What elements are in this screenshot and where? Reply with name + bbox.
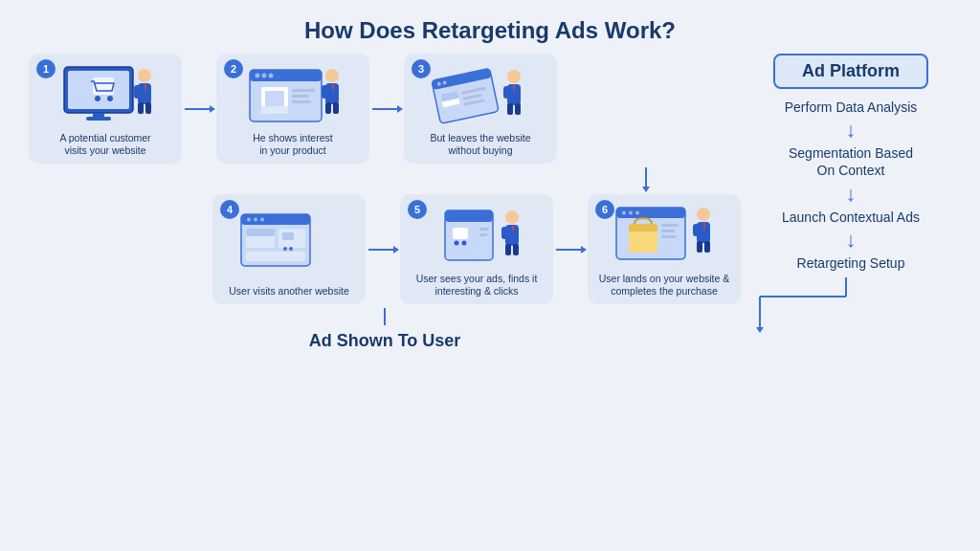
svg-rect-92 xyxy=(282,232,294,240)
svg-marker-68 xyxy=(581,246,587,253)
step-card-3: 3 xyxy=(404,54,557,164)
svg-rect-25 xyxy=(292,100,311,103)
svg-rect-66 xyxy=(704,241,710,253)
svg-rect-60 xyxy=(661,235,677,238)
svg-point-86 xyxy=(247,217,251,221)
ad-platform-box: Ad Platform xyxy=(773,54,928,89)
step-number-2: 2 xyxy=(224,59,243,78)
svg-point-76 xyxy=(505,210,519,224)
step-number-4: 4 xyxy=(220,200,239,219)
ad-shown-container: Ad Shown To User xyxy=(29,304,741,351)
platform-arrow-3: ↓ xyxy=(846,230,857,251)
platform-step-2: Segmentation BasedOn Context xyxy=(789,144,913,179)
flow-row-2: 6 xyxy=(29,194,741,304)
svg-point-94 xyxy=(289,247,293,251)
step-card-5: 5 xyxy=(400,194,553,304)
svg-rect-75 xyxy=(479,233,487,236)
svg-rect-45 xyxy=(503,86,510,99)
step-illustration-3 xyxy=(412,61,549,128)
platform-step-3: Launch Contextual Ads xyxy=(782,209,920,226)
arrow-2-3 xyxy=(369,101,404,117)
platform-step-1: Perform Data Analysis xyxy=(785,99,918,116)
svg-rect-71 xyxy=(453,228,468,239)
svg-rect-2 xyxy=(93,77,114,95)
svg-rect-9 xyxy=(134,85,141,99)
svg-rect-30 xyxy=(325,102,331,114)
svg-marker-50 xyxy=(642,187,650,192)
step-illustration-1 xyxy=(36,61,174,128)
svg-point-72 xyxy=(455,240,459,245)
step-card-1: 1 xyxy=(29,54,182,164)
svg-rect-90 xyxy=(246,229,275,236)
svg-rect-12 xyxy=(145,102,151,114)
svg-rect-22 xyxy=(261,106,288,114)
step-number-5: 5 xyxy=(408,200,427,219)
svg-rect-31 xyxy=(333,102,339,114)
svg-rect-48 xyxy=(515,103,521,115)
step-label-5: User sees your ads, finds itinteresting … xyxy=(416,273,538,298)
svg-marker-97 xyxy=(756,327,764,333)
step-illustration-6 xyxy=(595,202,733,269)
svg-point-88 xyxy=(260,217,264,221)
svg-rect-6 xyxy=(86,117,111,121)
svg-rect-59 xyxy=(661,230,675,232)
platform-step-4: Retargeting Setup xyxy=(797,254,905,272)
svg-point-61 xyxy=(697,208,710,221)
ad-shown-label: Ad Shown To User xyxy=(309,331,461,351)
step-number-3: 3 xyxy=(412,59,431,78)
svg-rect-63 xyxy=(693,224,700,236)
svg-rect-58 xyxy=(661,224,679,227)
step-illustration-2 xyxy=(224,61,362,128)
svg-point-93 xyxy=(283,247,287,251)
svg-point-4 xyxy=(107,96,113,101)
right-panel: Ad Platform Perform Data Analysis ↓ Segm… xyxy=(750,54,951,351)
step-card-4: 4 xyxy=(212,194,366,304)
svg-point-3 xyxy=(95,96,100,101)
svg-point-73 xyxy=(462,240,467,245)
step-number-1: 1 xyxy=(36,59,56,78)
svg-point-55 xyxy=(635,210,639,214)
svg-rect-46 xyxy=(514,86,521,99)
arrow-up-ad-shown xyxy=(29,306,741,327)
step-label-1: A potential customervisits your website xyxy=(59,132,150,158)
step-label-2: He shows interestin your product xyxy=(253,132,332,158)
arrow-3-down xyxy=(569,165,723,192)
vert-arrows-row xyxy=(29,164,741,194)
arrow-5-6 xyxy=(553,242,588,257)
svg-point-19 xyxy=(269,73,274,77)
step-card-2: 2 xyxy=(216,54,369,164)
svg-marker-83 xyxy=(393,246,399,253)
page-title: How Does Retargeting Ads Work? xyxy=(304,17,676,44)
arrow-4-5 xyxy=(366,242,400,257)
svg-rect-85 xyxy=(241,214,310,225)
svg-point-87 xyxy=(254,217,257,221)
right-to-left-connector xyxy=(750,277,951,335)
svg-rect-74 xyxy=(479,228,489,231)
platform-arrow-2: ↓ xyxy=(846,184,857,205)
svg-rect-11 xyxy=(138,102,144,114)
svg-rect-16 xyxy=(250,70,322,81)
svg-marker-14 xyxy=(210,105,215,113)
svg-rect-78 xyxy=(501,227,508,239)
svg-point-17 xyxy=(256,73,260,77)
svg-point-7 xyxy=(138,69,151,82)
svg-point-54 xyxy=(629,210,633,214)
platform-arrow-1: ↓ xyxy=(846,120,857,141)
svg-rect-70 xyxy=(445,210,493,222)
step-label-6: User lands on your website &completes th… xyxy=(599,273,730,298)
flow-row-1: 1 xyxy=(29,54,741,164)
svg-rect-24 xyxy=(292,95,309,98)
svg-rect-21 xyxy=(265,91,284,106)
svg-rect-47 xyxy=(507,103,513,115)
step-number-6: 6 xyxy=(595,200,614,219)
svg-rect-52 xyxy=(616,208,685,218)
svg-rect-95 xyxy=(246,252,305,261)
step-illustration-4 xyxy=(220,202,358,281)
step-label-3: But leaves the websitewithout buying xyxy=(430,132,530,158)
svg-rect-23 xyxy=(292,89,315,92)
svg-rect-57 xyxy=(629,224,657,231)
svg-rect-81 xyxy=(513,244,519,255)
svg-point-53 xyxy=(622,210,626,214)
svg-marker-33 xyxy=(397,105,403,113)
svg-point-26 xyxy=(325,69,339,82)
